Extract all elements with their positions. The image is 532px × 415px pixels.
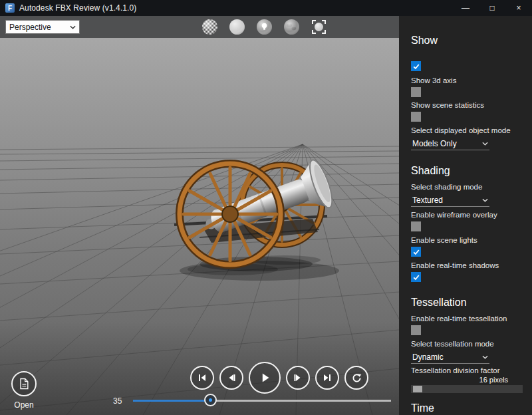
close-button[interactable]: ×: [505, 0, 532, 16]
tessellation-division-value: 16 pixels: [411, 376, 523, 384]
play-button[interactable]: [249, 362, 281, 394]
open-file-icon: [17, 377, 31, 390]
scene-canvas[interactable]: [0, 38, 399, 415]
display-toggle-icons: [201, 19, 327, 35]
display-options-panel: Show Show 3d axis Show scene statistics …: [399, 16, 532, 415]
tessellation-division-slider[interactable]: [411, 385, 523, 393]
main-area: Perspective: [0, 16, 532, 415]
scene-lights-label: Enable scene lights: [411, 236, 524, 245]
fbx-review-window: F Autodesk FBX Review (v1.4.1.0) — □ × P…: [0, 0, 532, 415]
environment-sphere-icon[interactable]: [201, 19, 218, 35]
shading-mode-value: Textured: [412, 196, 443, 205]
loop-icon: [352, 373, 362, 383]
close-icon: ×: [516, 3, 521, 13]
chevron-down-icon: [482, 198, 488, 202]
play-icon: [259, 372, 271, 384]
object-mode-value: Models Only: [412, 139, 457, 148]
chevron-down-icon: [482, 142, 488, 146]
step-back-icon: [227, 373, 236, 382]
step-forward-icon: [293, 373, 303, 382]
viewport[interactable]: Open 35: [0, 38, 399, 415]
minimize-button[interactable]: —: [452, 0, 479, 16]
realtime-shadows-label: Enable real-time shadows: [411, 261, 524, 270]
tessellation-section-heading: Tessellation: [411, 297, 524, 309]
chevron-down-icon: [482, 355, 488, 359]
show-grid-checkbox[interactable]: [411, 61, 421, 71]
grid-horizon-line: [0, 146, 399, 150]
frame-all-icon[interactable]: [311, 19, 327, 35]
skip-start-icon: [198, 373, 207, 382]
wireframe-overlay-label: Enable wireframe overlay: [411, 211, 524, 219]
maximize-button[interactable]: □: [479, 0, 505, 16]
shaded-sphere-icon[interactable]: [229, 19, 245, 35]
textured-sphere-icon[interactable]: [283, 19, 300, 35]
tessellation-mode-value: Dynamic: [412, 352, 444, 362]
chevron-down-icon: [70, 25, 76, 29]
timeline-thumb-dot: [209, 398, 212, 402]
scene-lights-icon[interactable]: [256, 19, 273, 35]
camera-mode-value: Perspective: [9, 23, 51, 32]
tessellation-mode-label: Select tessellation mode: [411, 340, 524, 348]
check-icon: [412, 63, 420, 70]
scene-lights-checkbox[interactable]: [411, 247, 421, 257]
maximize-icon: □: [489, 3, 494, 13]
viewport-column: Perspective: [0, 16, 399, 415]
cannon-model: [174, 158, 339, 281]
object-mode-dropdown[interactable]: Models Only: [411, 138, 489, 150]
playback-controls: [190, 362, 368, 394]
realtime-tessellation-label: Enable real-time tessellation: [411, 315, 524, 323]
object-mode-label: Select displayed object mode: [411, 126, 524, 135]
skip-end-icon: [323, 373, 332, 382]
titlebar: F Autodesk FBX Review (v1.4.1.0) — □ ×: [0, 0, 532, 16]
timeline-track[interactable]: [133, 400, 391, 402]
realtime-shadows-checkbox[interactable]: [411, 272, 421, 282]
tessellation-mode-dropdown[interactable]: Dynamic: [411, 351, 489, 364]
check-icon: [412, 248, 420, 256]
timeline-track-fill: [133, 400, 209, 402]
window-title: Autodesk FBX Review (v1.4.1.0): [19, 3, 136, 13]
show-section-heading: Show: [411, 35, 524, 47]
tessellation-division-control: 16 pixels: [411, 376, 523, 393]
check-icon: [412, 273, 420, 281]
show-3d-axis-checkbox[interactable]: [411, 87, 421, 97]
wireframe-overlay-checkbox[interactable]: [411, 221, 421, 231]
show-scene-statistics-checkbox[interactable]: [411, 112, 421, 122]
window-controls: — □ ×: [452, 0, 532, 16]
tessellation-division-label: Tessellation division factor: [411, 366, 524, 375]
timeline-thumb[interactable]: [204, 394, 217, 406]
realtime-tessellation-checkbox[interactable]: [411, 325, 421, 335]
open-file-control: Open: [11, 371, 37, 410]
step-back-button[interactable]: [219, 366, 243, 390]
shading-mode-dropdown[interactable]: Textured: [411, 194, 489, 207]
show-scene-statistics-label: Show scene statistics: [411, 101, 524, 110]
shading-section-heading: Shading: [411, 165, 524, 177]
minimize-icon: —: [462, 3, 469, 13]
skip-to-end-button[interactable]: [315, 366, 339, 390]
shading-mode-label: Select shading mode: [411, 183, 524, 192]
current-frame-label: 35: [113, 396, 122, 406]
skip-to-start-button[interactable]: [190, 366, 214, 390]
time-section-heading: Time: [411, 402, 524, 414]
app-icon: F: [5, 3, 15, 13]
open-file-button[interactable]: [11, 371, 37, 396]
cannon-near-wheel: [180, 164, 281, 265]
open-label: Open: [14, 400, 33, 410]
step-forward-button[interactable]: [286, 366, 310, 390]
viewport-toolbar: Perspective: [0, 16, 399, 38]
slider-handle[interactable]: [413, 386, 422, 392]
show-3d-axis-label: Show 3d axis: [411, 76, 524, 85]
loop-button[interactable]: [344, 366, 368, 390]
camera-mode-dropdown[interactable]: Perspective: [5, 20, 80, 34]
